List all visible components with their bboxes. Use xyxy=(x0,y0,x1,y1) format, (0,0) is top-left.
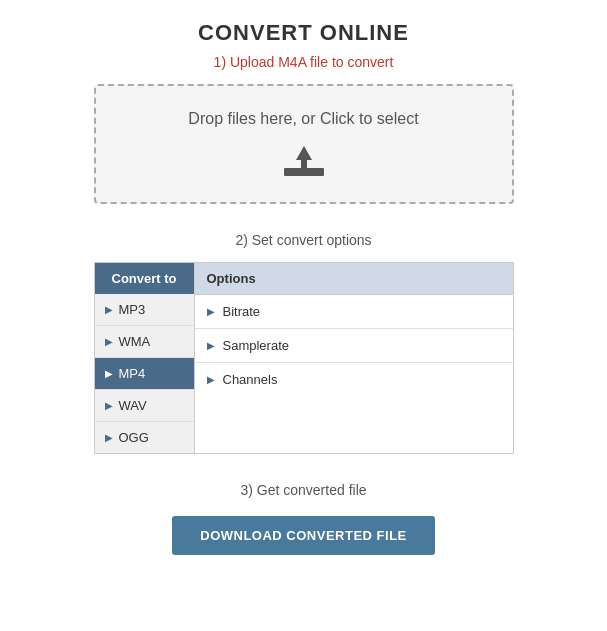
options-header: Options xyxy=(195,263,513,295)
sidebar-item-label: MP4 xyxy=(119,366,146,381)
options-panel: Options ▶ Bitrate ▶ Samplerate ▶ Channel… xyxy=(195,263,513,453)
sidebar-item-label: WMA xyxy=(119,334,151,349)
convert-panel: Convert to ▶ MP3 ▶ WMA ▶ MP4 ▶ WAV ▶ OGG xyxy=(94,262,514,454)
page-title: CONVERT ONLINE xyxy=(198,20,409,46)
sidebar-header: Convert to xyxy=(95,263,194,294)
convert-sidebar: Convert to ▶ MP3 ▶ WMA ▶ MP4 ▶ WAV ▶ OGG xyxy=(95,263,195,453)
sidebar-item-ogg[interactable]: ▶ OGG xyxy=(95,422,194,453)
arrow-icon: ▶ xyxy=(105,336,113,347)
option-label: Channels xyxy=(223,372,278,387)
sidebar-item-wav[interactable]: ▶ WAV xyxy=(95,390,194,422)
sidebar-item-label: WAV xyxy=(119,398,147,413)
sidebar-item-wma[interactable]: ▶ WMA xyxy=(95,326,194,358)
arrow-icon: ▶ xyxy=(105,400,113,411)
step2-section: 2) Set convert options Convert to ▶ MP3 … xyxy=(0,232,607,454)
svg-rect-0 xyxy=(284,168,324,176)
arrow-icon: ▶ xyxy=(207,340,215,351)
sidebar-item-mp3[interactable]: ▶ MP3 xyxy=(95,294,194,326)
arrow-icon: ▶ xyxy=(105,432,113,443)
step3-label: 3) Get converted file xyxy=(240,482,366,498)
file-dropzone[interactable]: Drop files here, or Click to select xyxy=(94,84,514,204)
arrow-icon: ▶ xyxy=(105,368,113,379)
sidebar-item-label: OGG xyxy=(119,430,149,445)
option-bitrate[interactable]: ▶ Bitrate xyxy=(195,295,513,329)
dropzone-text: Drop files here, or Click to select xyxy=(188,110,418,128)
arrow-icon: ▶ xyxy=(207,306,215,317)
upload-icon xyxy=(282,142,326,178)
option-label: Bitrate xyxy=(223,304,261,319)
option-samplerate[interactable]: ▶ Samplerate xyxy=(195,329,513,363)
step2-label: 2) Set convert options xyxy=(235,232,371,248)
arrow-icon: ▶ xyxy=(105,304,113,315)
download-button[interactable]: DOWNLOAD CONVERTED FILE xyxy=(172,516,435,555)
step1-label: 1) Upload M4A file to convert xyxy=(214,54,394,70)
arrow-icon: ▶ xyxy=(207,374,215,385)
option-label: Samplerate xyxy=(223,338,289,353)
sidebar-item-label: MP3 xyxy=(119,302,146,317)
sidebar-item-mp4[interactable]: ▶ MP4 xyxy=(95,358,194,390)
option-channels[interactable]: ▶ Channels xyxy=(195,363,513,396)
svg-marker-1 xyxy=(296,146,312,168)
